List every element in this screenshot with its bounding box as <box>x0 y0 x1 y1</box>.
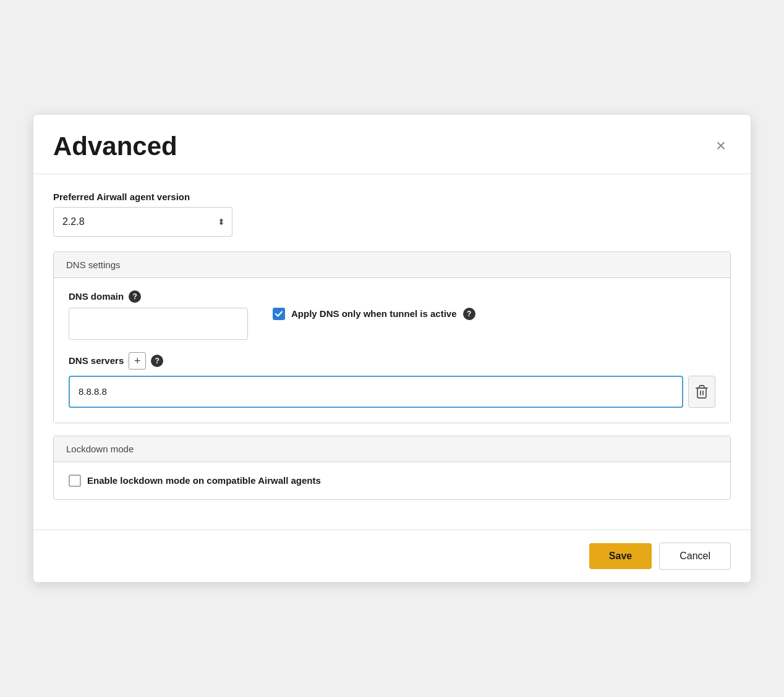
lockdown-mode-checkbox[interactable] <box>69 475 81 487</box>
add-dns-server-button[interactable]: + <box>129 352 146 370</box>
agent-version-section: Preferred Airwall agent version 2.2.8 2.… <box>53 192 731 237</box>
apply-dns-label: Apply DNS only when tunnel is active <box>291 308 457 319</box>
dialog-body: Preferred Airwall agent version 2.2.8 2.… <box>33 174 751 530</box>
apply-dns-checkbox[interactable] <box>273 308 285 320</box>
version-select-wrapper: 2.2.8 2.2.7 2.2.6 2.2.5 ⬍ <box>53 207 232 237</box>
dns-server-input[interactable] <box>69 376 683 408</box>
lockdown-mode-section: Lockdown mode Enable lockdown mode on co… <box>53 436 731 500</box>
dns-domain-input[interactable] <box>69 308 248 340</box>
advanced-dialog: Advanced × Preferred Airwall agent versi… <box>33 115 751 581</box>
lockdown-mode-label: Enable lockdown mode on compatible Airwa… <box>87 475 321 486</box>
lockdown-mode-body: Enable lockdown mode on compatible Airwa… <box>54 462 730 499</box>
dns-servers-label: DNS servers <box>69 355 124 366</box>
dns-servers-help-icon[interactable]: ? <box>151 355 163 367</box>
delete-dns-server-button[interactable] <box>688 376 715 408</box>
dns-domain-col: DNS domain ? <box>69 290 248 340</box>
save-button[interactable]: Save <box>589 543 652 569</box>
dns-domain-label: DNS domain <box>69 291 124 302</box>
dns-settings-section: DNS settings DNS domain ? <box>53 251 731 423</box>
dialog-header: Advanced × <box>33 115 751 174</box>
close-button[interactable]: × <box>711 135 731 157</box>
dns-option-col: Apply DNS only when tunnel is active ? <box>273 290 475 320</box>
dns-servers-section: DNS servers + ? <box>69 352 715 408</box>
dns-settings-header: DNS settings <box>54 252 730 278</box>
version-select[interactable]: 2.2.8 2.2.7 2.2.6 2.2.5 <box>53 207 232 237</box>
dns-domain-help-icon[interactable]: ? <box>129 290 141 303</box>
lockdown-mode-header: Lockdown mode <box>54 436 730 462</box>
dns-domain-row: DNS domain ? Apply DNS only when tunnel … <box>69 290 715 340</box>
cancel-button[interactable]: Cancel <box>659 543 731 570</box>
agent-version-label: Preferred Airwall agent version <box>53 192 731 202</box>
lockdown-checkbox-row: Enable lockdown mode on compatible Airwa… <box>69 475 715 487</box>
dialog-title: Advanced <box>53 132 177 161</box>
dns-settings-body: DNS domain ? Apply DNS only when tunnel … <box>54 278 730 423</box>
dialog-footer: Save Cancel <box>33 530 751 582</box>
dns-domain-label-row: DNS domain ? <box>69 290 248 303</box>
dns-server-row <box>69 376 715 408</box>
apply-dns-help-icon[interactable]: ? <box>463 308 475 320</box>
dns-servers-label-row: DNS servers + ? <box>69 352 715 370</box>
